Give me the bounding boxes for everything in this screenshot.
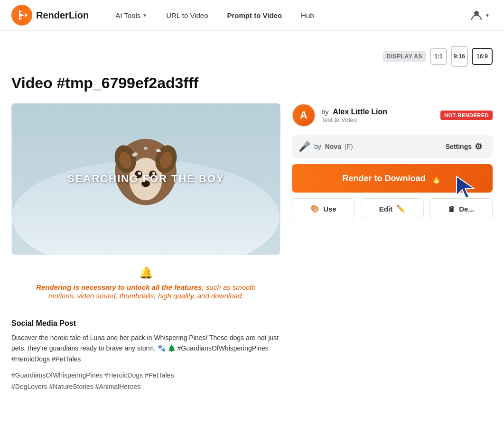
bell-icon: 🔔 <box>23 266 269 279</box>
author-row: A by Alex Little Lion Text to Video NOT-… <box>292 103 493 127</box>
nav-links: AI Tools ▼ URL to Video Prompt to Video … <box>108 8 467 23</box>
left-column: SEARCHING FOR THE BOY 🔔 Rendering is nec… <box>11 103 280 393</box>
use-label: Use <box>323 205 336 213</box>
nav-url-to-video[interactable]: URL to Video <box>159 8 215 23</box>
delete-label: De... <box>459 205 474 213</box>
user-account-button[interactable]: ▼ <box>467 6 493 25</box>
palette-icon: 🎨 <box>310 204 319 213</box>
settings-label: Settings <box>446 143 472 150</box>
renderlion-logo-icon <box>11 5 32 26</box>
nav-prompt-label: Prompt to Video <box>227 11 282 19</box>
social-post-title: Social Media Post <box>11 319 280 328</box>
render-btn-label: Render to Download <box>343 174 426 184</box>
author-by-label: by <box>321 108 329 116</box>
trash-icon: 🗑 <box>448 205 455 213</box>
author-name-row: by Alex Little Lion <box>321 108 435 116</box>
right-column: A by Alex Little Lion Text to Video NOT-… <box>292 103 493 219</box>
two-column-layout: SEARCHING FOR THE BOY 🔔 Rendering is nec… <box>11 103 493 393</box>
svg-point-20 <box>144 147 148 150</box>
video-preview: SEARCHING FOR THE BOY <box>11 103 280 255</box>
status-badge: NOT-RENDERED <box>440 111 493 120</box>
voice-suffix: (F) <box>345 143 353 150</box>
video-overlay-text: SEARCHING FOR THE BOY <box>67 173 224 185</box>
video-thumbnail-bg: SEARCHING FOR THE BOY <box>11 103 280 255</box>
nav-ai-tools[interactable]: AI Tools ▼ <box>108 8 155 23</box>
ratio-16-9-button[interactable]: 16:9 <box>472 48 493 65</box>
settings-button[interactable]: Settings ⚙ <box>442 139 486 154</box>
delete-button[interactable]: 🗑 De... <box>429 198 493 219</box>
display-as-row: DISPLAY AS 1:1 9:16 16:9 <box>11 46 493 67</box>
ratio-9-16-button[interactable]: 9:16 <box>451 46 468 67</box>
use-button[interactable]: 🎨 Use <box>292 198 355 219</box>
author-subtitle: Text to Video <box>321 116 435 123</box>
page-title: Video #tmp_6799ef2ad3fff <box>11 74 493 92</box>
alert-bold-text: Rendering is necessary to unlock all the… <box>36 283 202 291</box>
edit-button[interactable]: Edit ✏️ <box>361 198 424 219</box>
gear-icon: ⚙ <box>475 141 482 152</box>
author-info: by Alex Little Lion Text to Video <box>321 108 435 123</box>
nav-hub-label: Hub <box>301 11 314 19</box>
ratio-9-16-label: 9:16 <box>454 53 465 60</box>
social-post-section: Social Media Post Discover the heroic ta… <box>11 319 280 393</box>
flame-icon: 🔥 <box>430 173 442 184</box>
avatar: A <box>292 103 316 127</box>
social-post-body: Discover the heroic tale of Luna and her… <box>11 332 280 364</box>
voice-by-label: by <box>314 143 321 150</box>
navbar: RenderLion AI Tools ▼ URL to Video Promp… <box>0 0 504 31</box>
voice-row: 🎤 by Nova (F) Settings ⚙ <box>292 135 493 158</box>
nav-ai-tools-label: AI Tools <box>115 11 140 19</box>
avatar-letter: A <box>300 109 308 121</box>
user-menu: ▼ <box>467 6 493 25</box>
ratio-1-1-label: 1:1 <box>434 53 442 60</box>
social-post-hashtags: #GuardiansOfWhisperingPines #HeroicDogs … <box>11 370 280 393</box>
brand-logo-link[interactable]: RenderLion <box>11 5 89 26</box>
voice-name: Nova <box>325 143 341 150</box>
action-buttons-row: 🎨 Use Edit ✏️ 🗑 De... <box>292 198 493 219</box>
display-as-label: DISPLAY AS <box>383 51 426 62</box>
nav-prompt-to-video[interactable]: Prompt to Video <box>220 8 290 23</box>
voice-label: by Nova (F) <box>314 143 426 150</box>
user-dropdown-arrow: ▼ <box>485 13 490 18</box>
user-icon <box>470 9 483 22</box>
nav-hub[interactable]: Hub <box>293 8 322 23</box>
alert-box: 🔔 Rendering is necessary to unlock all t… <box>11 258 280 308</box>
brand-name: RenderLion <box>36 10 89 21</box>
edit-label: Edit <box>379 205 392 213</box>
author-name: Alex Little Lion <box>333 108 387 116</box>
nav-url-label: URL to Video <box>166 11 208 19</box>
main-content: DISPLAY AS 1:1 9:16 16:9 Video #tmp_6799… <box>0 31 504 408</box>
ratio-16-9-label: 16:9 <box>476 53 488 60</box>
ratio-1-1-button[interactable]: 1:1 <box>430 48 447 65</box>
divider <box>434 141 434 152</box>
chevron-down-icon: ▼ <box>142 13 147 18</box>
edit-icon: ✏️ <box>396 204 405 213</box>
microphone-icon: 🎤 <box>299 141 310 152</box>
render-to-download-button[interactable]: Render to Download 🔥 <box>292 164 493 193</box>
